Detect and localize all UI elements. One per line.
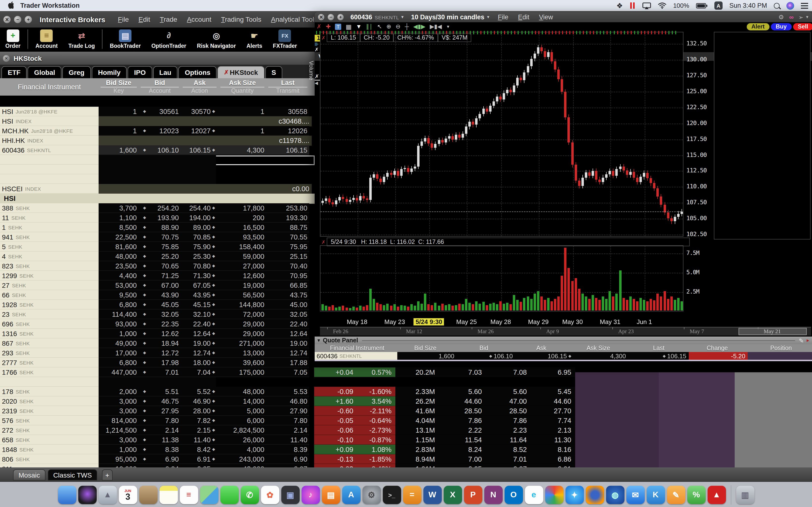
last-cell[interactable]: 46.80 xyxy=(266,396,309,406)
ask-cell[interactable]: 194.00◆ xyxy=(181,213,218,223)
bid-size-cell[interactable]: 3,700 xyxy=(99,203,139,213)
ask-cell[interactable]: 12027◆ xyxy=(181,126,218,136)
last-cell[interactable]: 66.85 xyxy=(266,281,309,290)
quote-column-bid-size[interactable]: Bid Size xyxy=(396,344,454,352)
instrument-cell[interactable]: 178SEHK xyxy=(0,387,99,396)
table-row[interactable]: 658SEHK3,000◆11.3811.40◆26,00011.40-0.10… xyxy=(0,435,812,445)
last-cell[interactable]: 8.39 xyxy=(266,445,309,454)
bid-cell[interactable]: ◆18.94 xyxy=(139,338,181,348)
panel-close-icon[interactable]: ✕ xyxy=(3,55,10,62)
ask-size-cell[interactable]: 158,400 xyxy=(218,242,266,251)
dock-icon-trash[interactable]: ▥ xyxy=(736,486,754,504)
quote-bid-size-cell[interactable]: 1,600 xyxy=(397,352,457,360)
ask-size-cell[interactable]: 13,000 xyxy=(218,348,266,358)
ask-cell[interactable]: 19.00◆ xyxy=(181,338,218,348)
financial-instrument-header[interactable]: Financial Instrument xyxy=(0,78,99,96)
bid-cell[interactable]: ◆75.85 xyxy=(139,242,181,251)
bid-size-cell[interactable]: 48,000 xyxy=(99,251,139,261)
pin-icon[interactable]: ➢ xyxy=(799,14,803,20)
instrument-cell[interactable]: 823SEHK xyxy=(0,261,99,271)
ask-size-cell[interactable]: 4,300 xyxy=(218,145,266,155)
ask-cell[interactable]: 7.82◆ xyxy=(181,416,218,426)
siri-icon[interactable] xyxy=(786,0,794,11)
last-cell[interactable]: 70.55 xyxy=(266,232,309,242)
ask-size-cell[interactable]: 2,824,500 xyxy=(218,426,266,435)
bid-size-cell[interactable]: 447,000 xyxy=(99,368,139,377)
bid-cell[interactable]: ◆46.75 xyxy=(139,396,181,406)
quote-instrument-cell[interactable]: 600436SEHKNTL xyxy=(315,352,397,360)
alert-button[interactable]: Alert xyxy=(747,23,769,30)
table-row[interactable]: 2020SEHK3,000◆46.7546.90◆14,00046.80+1.6… xyxy=(0,396,812,406)
chart-menu-edit[interactable]: Edit xyxy=(518,13,529,21)
ask-cell[interactable]: 67.05◆ xyxy=(181,281,218,290)
ask-cell[interactable]: 70.85◆ xyxy=(181,232,218,242)
instrument-cell[interactable]: 941SEHK xyxy=(0,232,99,242)
ask-cell[interactable]: 5.52◆ xyxy=(181,387,218,396)
bid-cell[interactable]: ◆7.80 xyxy=(139,416,181,426)
instrument-cell[interactable]: 696SEHK xyxy=(0,319,99,329)
ask-size-cell[interactable]: 144,800 xyxy=(218,300,266,309)
menubar-app-name[interactable]: Trader Workstation xyxy=(20,2,80,9)
zoom-window-button[interactable]: + xyxy=(24,16,32,23)
instrument-cell[interactable]: 658SEHK xyxy=(0,435,99,445)
dock-icon-keynote[interactable]: K xyxy=(647,486,665,504)
dock-icon-excel[interactable]: X xyxy=(444,486,462,504)
ask-cell[interactable]: 22.40◆ xyxy=(181,319,218,329)
menu-edit[interactable]: Edit xyxy=(139,15,150,23)
last-cell[interactable]: 12.64 xyxy=(266,329,309,338)
instrument-cell[interactable]: 293SEHK xyxy=(0,348,99,358)
ask-cell[interactable]: 106.15◆ xyxy=(181,145,218,155)
zoom-in-icon[interactable]: ⊕ xyxy=(387,23,391,30)
timeframe-dropdown-icon[interactable]: ▼ xyxy=(486,15,490,19)
bid-cell[interactable]: ◆25.20 xyxy=(139,251,181,261)
toolbar-optiontrader-button[interactable]: ∂OptionTrader xyxy=(151,30,186,49)
bid-cell[interactable]: ◆11.38 xyxy=(139,435,181,445)
ask-size-cell[interactable]: 39,600 xyxy=(218,358,266,368)
bid-cell[interactable]: ◆12.72 xyxy=(139,348,181,358)
tab-homily[interactable]: Homily xyxy=(92,66,126,78)
toolbar-alerts-button[interactable]: ☛Alerts xyxy=(247,30,262,49)
last-cell[interactable]: 7.05 xyxy=(266,368,309,377)
ask-cell[interactable]: 7.04◆ xyxy=(181,368,218,377)
chart-close-button[interactable]: ✕ xyxy=(318,14,324,20)
ask-cell[interactable]: 89.00◆ xyxy=(181,223,218,232)
ask-size-cell[interactable]: 175,000 xyxy=(218,368,266,377)
bid-size-cell[interactable]: 4,400 xyxy=(99,271,139,281)
chart-minimize-button[interactable]: − xyxy=(328,14,334,20)
bid-size-cell[interactable]: 2,000 xyxy=(99,387,139,396)
wifi-icon[interactable] xyxy=(658,0,666,11)
instrument-cell[interactable] xyxy=(0,174,99,184)
menu-analytical-tools[interactable]: Analytical Tools xyxy=(271,15,317,23)
bid-cell[interactable]: ◆8.38 xyxy=(139,445,181,454)
ask-size-cell[interactable]: 243,000 xyxy=(218,454,266,464)
text-tool-icon[interactable]: T xyxy=(335,23,341,30)
last-cell[interactable]: 12026 xyxy=(266,126,309,136)
notification-center-icon[interactable] xyxy=(801,0,808,11)
ask-size-cell[interactable]: 200 xyxy=(218,213,266,223)
dock-icon-calendar[interactable]: JUN3 xyxy=(119,486,137,504)
ask-cell[interactable]: 25.30◆ xyxy=(181,251,218,261)
instrument-cell[interactable]: 600436SEHKNTL xyxy=(0,145,99,155)
dock-icon-photo-booth[interactable]: ▣ xyxy=(281,486,299,504)
dock-icon-chrome[interactable] xyxy=(545,486,563,504)
overlay-close-icon[interactable]: ✗ xyxy=(321,239,325,244)
ask-cell[interactable]: 46.90◆ xyxy=(181,396,218,406)
dock-icon-safari[interactable]: ✦ xyxy=(565,486,583,504)
toolbar-booktrader-button[interactable]: ▤BookTrader xyxy=(110,30,141,49)
bid-size-cell[interactable]: 1,214,500 xyxy=(99,426,139,435)
sell-button[interactable]: Sell xyxy=(793,23,812,30)
ask-size-cell[interactable]: 1 xyxy=(218,126,266,136)
buy-button[interactable]: Buy xyxy=(771,23,792,30)
collapse-icon[interactable]: ▼ xyxy=(317,338,321,343)
close-window-button[interactable]: ✕ xyxy=(3,16,11,23)
table-row[interactable]: 806SEHK95,000◆6.906.91◆243,0006.90-0.13-… xyxy=(0,454,812,464)
bid-cell[interactable]: ◆70.65 xyxy=(139,261,181,271)
tab-global[interactable]: Global xyxy=(28,66,61,78)
bid-size-cell[interactable]: 1 xyxy=(99,126,139,136)
instrument-cell[interactable]: 1928SEHK xyxy=(0,300,99,309)
dropdown-tool-icon[interactable]: ▼ xyxy=(356,23,362,30)
dock-icon-launchpad[interactable]: ▲ xyxy=(98,486,117,504)
volume-pane[interactable] xyxy=(320,245,683,312)
tab-ipo[interactable]: IPO xyxy=(128,66,152,78)
ask-cell[interactable]: 12.64◆ xyxy=(181,329,218,338)
